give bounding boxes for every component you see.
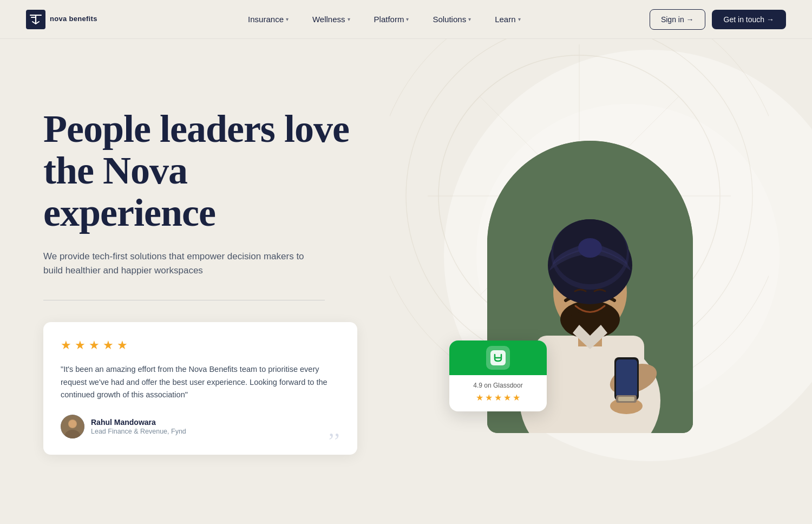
author-info: Rahul Mandowara Lead Finance & Revenue, … [91,418,186,435]
g-star-1: ★ [476,392,483,403]
glassdoor-logo [486,346,510,370]
glassdoor-stars: ★ ★ ★ ★ ★ [458,392,538,403]
review-author: Rahul Mandowara Lead Finance & Revenue, … [61,415,340,438]
quote-decoration: ,, [329,417,340,440]
nav-wellness-label: Wellness [312,15,345,24]
chevron-down-icon: ▾ [518,16,521,22]
glassdoor-rating-text: 4.9 on Glassdoor [458,382,538,389]
nav-item-insurance[interactable]: Insurance ▾ [238,10,298,28]
chevron-down-icon: ▾ [286,16,289,22]
g-star-3: ★ [494,392,502,403]
svg-rect-28 [618,397,634,401]
logo[interactable]: nova benefits [26,10,97,29]
avatar-image [61,415,84,438]
nav-item-solutions[interactable]: Solutions ▾ [423,10,481,28]
nav-links: Insurance ▾ Wellness ▾ Platform ▾ Soluti… [119,10,650,28]
get-in-touch-button[interactable]: Get in touch → [712,10,786,29]
hero-divider [43,300,325,300]
author-avatar [61,415,84,438]
g-star-5: ★ [513,392,520,403]
hero-title: People leaders love the Nova experience [43,108,368,234]
chevron-down-icon: ▾ [348,16,350,22]
review-text: "It's been an amazing effort from the No… [61,363,340,402]
review-card: ★ ★ ★ ★ ★ "It's been an amazing effort f… [43,322,357,455]
signin-button[interactable]: Sign in → [650,9,705,30]
star-1: ★ [61,338,71,352]
nav-platform-label: Platform [374,15,404,24]
svg-point-18 [563,311,617,338]
nova-logo-icon [26,10,45,29]
navbar: nova benefits Insurance ▾ Wellness ▾ Pla… [0,0,812,39]
star-2: ★ [75,338,86,352]
star-4: ★ [103,338,114,352]
logo-text-nova: nova benefits [50,15,97,23]
review-stars: ★ ★ ★ ★ ★ [61,338,340,352]
author-role: Lead Finance & Revenue, Fynd [91,428,186,435]
svg-point-11 [69,420,76,428]
nav-actions: Sign in → Get in touch → [650,9,786,30]
glassdoor-logo-icon [490,350,506,365]
glassdoor-header [449,340,547,375]
hero-section: People leaders love the Nova experience … [0,39,812,524]
author-name: Rahul Mandowara [91,418,186,427]
nav-insurance-label: Insurance [248,15,284,24]
svg-rect-25 [616,359,637,397]
svg-point-22 [578,238,602,258]
nav-solutions-label: Solutions [433,15,466,24]
star-5: ★ [117,338,128,352]
get-in-touch-label: Get in touch → [724,15,774,24]
signin-label: Sign in → [661,15,694,24]
person-image-container: 4.9 on Glassdoor ★ ★ ★ ★ ★ [482,141,698,444]
hero-right: 4.9 on Glassdoor ★ ★ ★ ★ ★ [368,39,812,524]
hero-left: People leaders love the Nova experience … [0,39,368,524]
nav-item-learn[interactable]: Learn ▾ [485,10,530,28]
g-star-4: ★ [503,392,511,403]
chevron-down-icon: ▾ [468,16,471,22]
nav-item-wellness[interactable]: Wellness ▾ [303,10,360,28]
hero-subtitle: We provide tech-first solutions that emp… [43,250,325,278]
nav-item-platform[interactable]: Platform ▾ [364,10,419,28]
star-3: ★ [89,338,100,352]
chevron-down-icon: ▾ [406,16,409,22]
nav-learn-label: Learn [495,15,515,24]
g-star-2: ★ [485,392,493,403]
glassdoor-card: 4.9 on Glassdoor ★ ★ ★ ★ ★ [449,340,547,411]
glassdoor-body: 4.9 on Glassdoor ★ ★ ★ ★ ★ [449,375,547,411]
